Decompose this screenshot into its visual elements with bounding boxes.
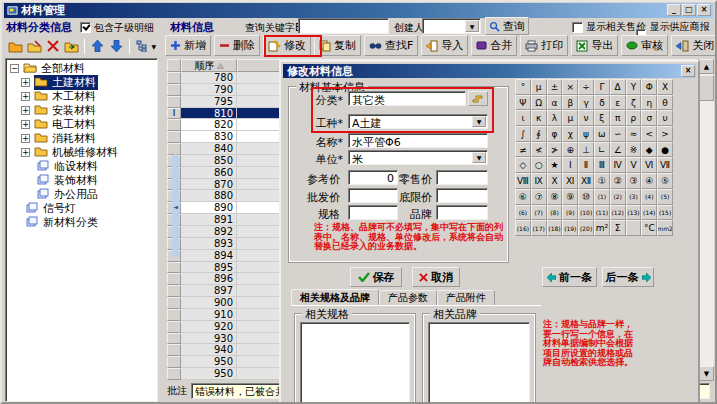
cell-order[interactable]: 830	[181, 131, 237, 143]
toolbar-button-查找F[interactable]: 查找F	[364, 35, 418, 56]
symbol-cell[interactable]: (16)	[515, 220, 531, 236]
symbol-cell[interactable]: ≯	[547, 142, 563, 158]
symbol-cell[interactable]: Ω	[531, 95, 547, 111]
tab-产品附件[interactable]: 产品附件	[437, 290, 495, 305]
symbol-cell[interactable]: ∠	[610, 142, 626, 158]
edit-folder-button[interactable]	[25, 37, 44, 55]
cell-order[interactable]: 780	[181, 72, 237, 84]
symbol-cell[interactable]: Ⅺ	[562, 173, 578, 189]
symbol-cell[interactable]: ÷	[578, 79, 594, 95]
symbol-cell[interactable]: (19)	[562, 220, 578, 236]
column-header-order[interactable]: 顺序	[181, 59, 237, 72]
cell-order[interactable]: 870	[181, 179, 237, 191]
symbol-cell[interactable]: Ⅵ	[641, 157, 657, 173]
symbol-cell[interactable]: ω	[594, 126, 610, 142]
category-tree[interactable]: −全部材料+土建材料+木工材料+安装材料+电工材料+消耗材料+机械维修材料临设材…	[5, 58, 158, 402]
brand-input[interactable]	[436, 205, 488, 220]
chevron-down-icon[interactable]: ▼	[472, 152, 486, 163]
symbol-cell[interactable]: ι	[515, 110, 531, 126]
spec-list[interactable]	[300, 322, 410, 404]
symbol-cell[interactable]: Σ	[610, 220, 626, 236]
symbol-cell[interactable]: ±	[547, 79, 563, 95]
symbol-cell[interactable]: (11)	[594, 205, 610, 221]
symbol-cell[interactable]: ◇	[515, 157, 531, 173]
cell-order[interactable]: 820	[181, 119, 237, 131]
scroll-up-icon[interactable]: ▲	[699, 59, 714, 74]
symbol-cell[interactable]: δ	[594, 95, 610, 111]
toolbar-button-打印[interactable]: 打印	[520, 35, 568, 56]
unit-combo[interactable]: 米▼	[348, 150, 488, 165]
symbol-cell[interactable]: (20)	[578, 220, 594, 236]
toolbar-button-合并[interactable]: 合并	[471, 35, 517, 56]
cell-order[interactable]: 810	[181, 108, 237, 120]
expand-icon[interactable]: +	[21, 134, 30, 143]
symbol-cell[interactable]: ξ	[594, 110, 610, 126]
tree-item-全部材料[interactable]: −全部材料	[6, 61, 157, 75]
cancel-button[interactable]: 取消	[412, 267, 460, 287]
tree-item-木工材料[interactable]: +木工材料	[6, 89, 157, 103]
dialog-close-button[interactable]: ×	[681, 65, 695, 77]
expand-icon[interactable]: +	[21, 148, 30, 157]
symbol-cell[interactable]: π	[610, 110, 626, 126]
cell-order[interactable]: 920	[181, 321, 237, 333]
symbol-cell[interactable]: α	[547, 95, 563, 111]
symbol-cell[interactable]: (3)	[626, 189, 642, 205]
cell-order[interactable]: 910	[181, 309, 237, 321]
cell-order[interactable]: 890	[181, 202, 237, 214]
tree-item-安装材料[interactable]: +安装材料	[6, 103, 157, 117]
cell-order[interactable]: 891	[181, 214, 237, 226]
toolbar-button-审核[interactable]: 审核	[621, 35, 668, 56]
symbol-cell[interactable]: ζ	[626, 95, 642, 111]
new-folder-button[interactable]	[6, 37, 25, 55]
retail-price-input[interactable]	[436, 170, 488, 185]
symbol-cell[interactable]: σ	[641, 110, 657, 126]
toolbar-button-导入[interactable]: 导入	[421, 35, 468, 56]
symbol-cell[interactable]: (2)	[610, 189, 626, 205]
maximize-button[interactable]: □	[682, 4, 696, 16]
minimize-button[interactable]: _	[667, 4, 681, 16]
symbol-cell[interactable]: ⑨	[562, 189, 578, 205]
chevron-down-icon[interactable]: ▼	[472, 116, 486, 127]
cell-order[interactable]: 950	[181, 356, 237, 368]
move-down-button[interactable]	[107, 37, 126, 55]
cell-order[interactable]: 893	[181, 238, 237, 250]
cell-order[interactable]: 840	[181, 143, 237, 155]
symbol-cell[interactable]: Γ	[594, 79, 610, 95]
symbol-cell[interactable]: °C	[641, 220, 657, 236]
tree-item-临设材料[interactable]: 临设材料	[6, 159, 157, 173]
symbol-cell[interactable]: (10)	[578, 205, 594, 221]
symbol-cell[interactable]: (12)	[610, 205, 626, 221]
symbol-cell[interactable]: ∫	[515, 126, 531, 142]
symbol-cell[interactable]: (6)	[515, 205, 531, 221]
scrollbar-thumb[interactable]	[699, 75, 714, 101]
expand-icon[interactable]: +	[21, 78, 30, 87]
symbol-cell[interactable]: ψ	[578, 126, 594, 142]
symbol-cell[interactable]: λ	[547, 110, 563, 126]
cell-order[interactable]: 896	[181, 273, 237, 285]
symbol-cell[interactable]: (18)	[547, 220, 563, 236]
symbol-cell[interactable]: m²	[594, 220, 610, 236]
symbol-cell[interactable]: (8)	[547, 205, 563, 221]
search-input[interactable]	[298, 18, 389, 34]
chevron-down-icon[interactable]: ▼	[465, 20, 479, 32]
symbol-cell[interactable]: μ	[562, 110, 578, 126]
tree-item-机械维修材料[interactable]: +机械维修材料	[6, 145, 157, 159]
symbol-cell[interactable]: Ⅴ	[626, 157, 642, 173]
symbol-cell[interactable]: υ	[657, 110, 673, 126]
symbol-cell[interactable]: Ⅷ	[515, 173, 531, 189]
title-bar[interactable]: 材料管理 _ □ ×	[4, 3, 713, 18]
symbol-cell[interactable]: ※	[626, 142, 642, 158]
brand-list[interactable]	[428, 322, 530, 404]
symbol-cell[interactable]: ⊥	[578, 142, 594, 158]
tab-产品参数[interactable]: 产品参数	[379, 290, 437, 305]
symbol-picker-grid[interactable]: °μ±×÷ΓΔΥΦΧΨΩαβγδεζηθικλμνξπρσυ∫∮φχψω∽≈<>…	[515, 79, 673, 236]
tree-item-办公用品[interactable]: 办公用品	[6, 187, 157, 201]
expand-icon[interactable]: +	[21, 92, 30, 101]
symbol-cell[interactable]: ≈	[626, 126, 642, 142]
name-input[interactable]: 水平管Φ6	[348, 133, 488, 148]
symbol-cell[interactable]: ●	[657, 142, 673, 158]
cell-order[interactable]: 950	[181, 368, 237, 380]
transfer-folder-button[interactable]	[62, 37, 81, 55]
toolbar-button-导出[interactable]: 导出	[571, 35, 618, 56]
cell-order[interactable]: 795	[181, 96, 237, 108]
